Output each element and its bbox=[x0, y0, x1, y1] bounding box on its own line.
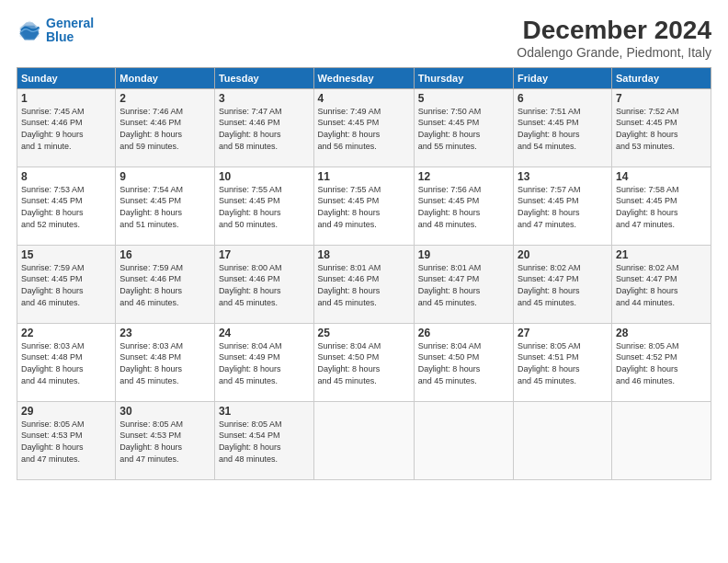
calendar-cell: 12Sunrise: 7:56 AMSunset: 4:45 PMDayligh… bbox=[414, 167, 513, 245]
calendar-cell bbox=[414, 401, 513, 479]
calendar-cell bbox=[611, 401, 711, 479]
day-info: Sunrise: 7:46 AMSunset: 4:46 PMDaylight:… bbox=[119, 106, 210, 152]
day-number: 14 bbox=[616, 170, 707, 183]
logo-text: General Blue bbox=[46, 17, 94, 45]
calendar-cell: 9Sunrise: 7:54 AMSunset: 4:45 PMDaylight… bbox=[116, 167, 215, 245]
day-number: 17 bbox=[219, 248, 310, 261]
day-number: 24 bbox=[219, 327, 310, 339]
day-info: Sunrise: 8:05 AMSunset: 4:53 PMDaylight:… bbox=[21, 419, 111, 465]
day-number: 2 bbox=[119, 92, 210, 105]
day-info: Sunrise: 7:45 AMSunset: 4:46 PMDaylight:… bbox=[21, 106, 111, 152]
subtitle: Odalengo Grande, Piedmont, Italy bbox=[517, 45, 711, 60]
calendar-week-row: 29Sunrise: 8:05 AMSunset: 4:53 PMDayligh… bbox=[17, 401, 711, 479]
day-info: Sunrise: 8:04 AMSunset: 4:50 PMDaylight:… bbox=[418, 340, 509, 386]
calendar-cell: 5Sunrise: 7:50 AMSunset: 4:45 PMDaylight… bbox=[414, 88, 513, 167]
header: General Blue December 2024 Odalengo Gran… bbox=[17, 17, 711, 60]
day-number: 4 bbox=[318, 92, 410, 105]
calendar-cell: 23Sunrise: 8:03 AMSunset: 4:48 PMDayligh… bbox=[116, 323, 215, 401]
day-info: Sunrise: 8:05 AMSunset: 4:52 PMDaylight:… bbox=[616, 340, 707, 386]
day-number: 23 bbox=[119, 327, 210, 339]
day-number: 26 bbox=[418, 327, 509, 339]
day-info: Sunrise: 7:53 AMSunset: 4:45 PMDaylight:… bbox=[21, 184, 111, 230]
day-number: 22 bbox=[21, 327, 111, 339]
title-block: December 2024 Odalengo Grande, Piedmont,… bbox=[517, 17, 711, 60]
day-info: Sunrise: 8:03 AMSunset: 4:48 PMDaylight:… bbox=[21, 340, 111, 386]
day-number: 21 bbox=[616, 248, 707, 261]
calendar-cell: 24Sunrise: 8:04 AMSunset: 4:49 PMDayligh… bbox=[214, 323, 313, 401]
day-info: Sunrise: 7:58 AMSunset: 4:45 PMDaylight:… bbox=[616, 184, 707, 230]
calendar-cell: 8Sunrise: 7:53 AMSunset: 4:45 PMDaylight… bbox=[17, 167, 116, 245]
calendar-cell: 10Sunrise: 7:55 AMSunset: 4:45 PMDayligh… bbox=[214, 167, 313, 245]
calendar-cell: 3Sunrise: 7:47 AMSunset: 4:46 PMDaylight… bbox=[214, 88, 313, 167]
day-number: 5 bbox=[418, 92, 509, 105]
calendar-cell: 16Sunrise: 7:59 AMSunset: 4:46 PMDayligh… bbox=[116, 245, 215, 323]
day-number: 10 bbox=[219, 170, 310, 183]
day-info: Sunrise: 7:49 AMSunset: 4:45 PMDaylight:… bbox=[318, 106, 410, 152]
day-number: 27 bbox=[518, 327, 608, 339]
main-title: December 2024 bbox=[517, 17, 711, 45]
day-number: 19 bbox=[418, 248, 509, 261]
calendar-week-row: 15Sunrise: 7:59 AMSunset: 4:45 PMDayligh… bbox=[17, 245, 711, 323]
day-number: 25 bbox=[318, 327, 410, 339]
calendar-cell: 4Sunrise: 7:49 AMSunset: 4:45 PMDaylight… bbox=[313, 88, 414, 167]
calendar-day-header: Thursday bbox=[414, 67, 513, 88]
day-number: 30 bbox=[119, 405, 210, 418]
logo: General Blue bbox=[17, 17, 94, 45]
day-info: Sunrise: 7:51 AMSunset: 4:45 PMDaylight:… bbox=[518, 106, 608, 152]
day-number: 1 bbox=[21, 92, 111, 105]
day-info: Sunrise: 8:03 AMSunset: 4:48 PMDaylight:… bbox=[119, 340, 210, 386]
day-number: 16 bbox=[119, 248, 210, 261]
calendar-cell: 11Sunrise: 7:55 AMSunset: 4:45 PMDayligh… bbox=[313, 167, 414, 245]
calendar-day-header: Sunday bbox=[17, 67, 116, 88]
calendar-week-row: 22Sunrise: 8:03 AMSunset: 4:48 PMDayligh… bbox=[17, 323, 711, 401]
calendar-day-header: Monday bbox=[116, 67, 215, 88]
calendar-cell: 21Sunrise: 8:02 AMSunset: 4:47 PMDayligh… bbox=[611, 245, 711, 323]
day-info: Sunrise: 8:02 AMSunset: 4:47 PMDaylight:… bbox=[616, 262, 707, 308]
day-number: 3 bbox=[219, 92, 310, 105]
calendar-cell: 27Sunrise: 8:05 AMSunset: 4:51 PMDayligh… bbox=[514, 323, 612, 401]
day-info: Sunrise: 8:02 AMSunset: 4:47 PMDaylight:… bbox=[518, 262, 608, 308]
calendar-cell bbox=[313, 401, 414, 479]
calendar-cell: 28Sunrise: 8:05 AMSunset: 4:52 PMDayligh… bbox=[611, 323, 711, 401]
day-info: Sunrise: 7:55 AMSunset: 4:45 PMDaylight:… bbox=[219, 184, 310, 230]
day-info: Sunrise: 7:47 AMSunset: 4:46 PMDaylight:… bbox=[219, 106, 310, 152]
day-info: Sunrise: 8:00 AMSunset: 4:46 PMDaylight:… bbox=[219, 262, 310, 308]
day-number: 11 bbox=[318, 170, 410, 183]
calendar-cell: 20Sunrise: 8:02 AMSunset: 4:47 PMDayligh… bbox=[514, 245, 612, 323]
day-info: Sunrise: 7:59 AMSunset: 4:46 PMDaylight:… bbox=[119, 262, 210, 308]
day-number: 20 bbox=[518, 248, 608, 261]
calendar-day-header: Saturday bbox=[611, 67, 711, 88]
day-number: 9 bbox=[119, 170, 210, 183]
calendar-cell: 2Sunrise: 7:46 AMSunset: 4:46 PMDaylight… bbox=[116, 88, 215, 167]
calendar-cell: 25Sunrise: 8:04 AMSunset: 4:50 PMDayligh… bbox=[313, 323, 414, 401]
calendar-cell: 13Sunrise: 7:57 AMSunset: 4:45 PMDayligh… bbox=[514, 167, 612, 245]
logo-icon bbox=[17, 17, 42, 43]
calendar-cell: 7Sunrise: 7:52 AMSunset: 4:45 PMDaylight… bbox=[611, 88, 711, 167]
calendar-cell: 18Sunrise: 8:01 AMSunset: 4:46 PMDayligh… bbox=[313, 245, 414, 323]
day-number: 7 bbox=[616, 92, 707, 105]
calendar-cell: 14Sunrise: 7:58 AMSunset: 4:45 PMDayligh… bbox=[611, 167, 711, 245]
page: General Blue December 2024 Odalengo Gran… bbox=[0, 0, 728, 563]
day-number: 15 bbox=[21, 248, 111, 261]
calendar-week-row: 8Sunrise: 7:53 AMSunset: 4:45 PMDaylight… bbox=[17, 167, 711, 245]
calendar-day-header: Wednesday bbox=[313, 67, 414, 88]
calendar-table: SundayMondayTuesdayWednesdayThursdayFrid… bbox=[17, 67, 711, 480]
calendar-cell: 29Sunrise: 8:05 AMSunset: 4:53 PMDayligh… bbox=[17, 401, 116, 479]
calendar-cell: 30Sunrise: 8:05 AMSunset: 4:53 PMDayligh… bbox=[116, 401, 215, 479]
calendar-cell: 31Sunrise: 8:05 AMSunset: 4:54 PMDayligh… bbox=[214, 401, 313, 479]
day-info: Sunrise: 7:59 AMSunset: 4:45 PMDaylight:… bbox=[21, 262, 111, 308]
calendar-cell: 17Sunrise: 8:00 AMSunset: 4:46 PMDayligh… bbox=[214, 245, 313, 323]
day-number: 13 bbox=[518, 170, 608, 183]
day-info: Sunrise: 7:55 AMSunset: 4:45 PMDaylight:… bbox=[318, 184, 410, 230]
day-info: Sunrise: 8:01 AMSunset: 4:47 PMDaylight:… bbox=[418, 262, 509, 308]
day-info: Sunrise: 7:50 AMSunset: 4:45 PMDaylight:… bbox=[418, 106, 509, 152]
calendar-day-header: Tuesday bbox=[214, 67, 313, 88]
calendar-week-row: 1Sunrise: 7:45 AMSunset: 4:46 PMDaylight… bbox=[17, 88, 711, 167]
day-info: Sunrise: 7:52 AMSunset: 4:45 PMDaylight:… bbox=[616, 106, 707, 152]
day-number: 12 bbox=[418, 170, 509, 183]
day-number: 29 bbox=[21, 405, 111, 418]
day-info: Sunrise: 8:05 AMSunset: 4:51 PMDaylight:… bbox=[518, 340, 608, 386]
day-number: 6 bbox=[518, 92, 608, 105]
day-info: Sunrise: 7:57 AMSunset: 4:45 PMDaylight:… bbox=[518, 184, 608, 230]
logo-line2: Blue bbox=[46, 29, 74, 44]
